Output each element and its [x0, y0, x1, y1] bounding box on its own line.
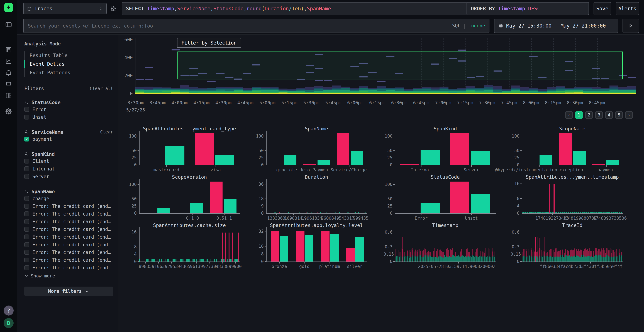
search-input[interactable]: [28, 23, 450, 29]
chart-explorer-icon[interactable]: [0, 56, 17, 67]
save-button[interactable]: Save: [594, 2, 611, 15]
pagination-page-3[interactable]: 3: [595, 111, 603, 118]
pagination-prev-button[interactable]: ‹: [565, 111, 572, 118]
filter-option-error-the-credit-card-end[interactable]: Error: The credit card (end…: [24, 256, 113, 264]
analysis-mode-item-event-patterns[interactable]: Event Patterns: [24, 68, 113, 77]
mini-chart-statuscode[interactable]: StatusCode10050250ErrorUnset: [384, 174, 496, 222]
language-toggle[interactable]: SQL | Lucene: [452, 23, 485, 28]
filter-option-server[interactable]: Server: [24, 172, 113, 180]
chart-y-axis: [395, 179, 395, 214]
settings-gear-icon[interactable]: [0, 106, 17, 117]
strip-bar: [618, 212, 619, 213]
run-query-button[interactable]: [622, 18, 639, 33]
strip-bar: [336, 213, 337, 213]
strip-bar: [600, 212, 601, 213]
select-query-editor[interactable]: SELECT Timestamp,ServiceName,StatusCode,…: [122, 2, 490, 15]
checkbox[interactable]: [24, 196, 29, 201]
search-nav-icon[interactable]: [0, 44, 17, 56]
alerts-button[interactable]: Alerts: [616, 2, 639, 15]
mini-chart-spanattributes-cache-size[interactable]: SpanAttributes.cache.size168408983591063…: [128, 222, 240, 270]
strip-bar: [288, 213, 288, 213]
checkbox[interactable]: [24, 227, 29, 232]
checkbox[interactable]: [24, 242, 29, 247]
alerts-bell-icon[interactable]: [0, 67, 17, 78]
checkbox[interactable]: [24, 219, 29, 224]
filter-option-internal[interactable]: Internal: [24, 165, 113, 172]
selection-rectangle[interactable]: [178, 52, 623, 80]
checkbox[interactable]: [24, 212, 29, 216]
mini-chart-duration[interactable]: Duration36189013333631698314199618342600…: [255, 174, 367, 222]
filter-option-payment[interactable]: ✓payment: [24, 135, 113, 143]
mini-chart-spanattributes-yment-timestamp[interactable]: SpanAttributes...yment.timestamp16840174…: [510, 174, 622, 222]
heatmap-cell: [556, 88, 565, 89]
filter-option-unset[interactable]: Unset: [24, 113, 113, 121]
analysis-mode-item-results-table[interactable]: Results Table: [24, 51, 113, 60]
pagination-page-5[interactable]: 5: [616, 111, 623, 118]
search-bar: SQL | Lucene: [23, 18, 490, 33]
strip-bar: [540, 212, 540, 213]
checkbox[interactable]: [24, 250, 29, 255]
filter-option-error[interactable]: Error: [24, 106, 113, 113]
checkbox[interactable]: [24, 265, 29, 270]
checkbox[interactable]: [24, 258, 29, 262]
lucene-toggle[interactable]: Lucene: [468, 23, 485, 28]
spike: [222, 232, 223, 262]
mini-chart-spanname[interactable]: SpanName10050250grpc.oteldemo.PaymentSer…: [255, 126, 367, 174]
mini-chart-scopeversion[interactable]: ScopeVersion100502500.1.00.51.1: [128, 174, 240, 222]
checkbox[interactable]: [24, 204, 29, 208]
filter-option-error-the-credit-card-end[interactable]: Error: The credit card (end…: [24, 218, 113, 226]
chart-title: SpanAttributes...yment.timestamp: [522, 174, 622, 180]
analysis-mode-item-event-deltas[interactable]: Event Deltas: [24, 60, 113, 68]
filter-option-error-the-credit-card-end[interactable]: Error: The credit card (end…: [24, 202, 113, 210]
mini-chart-spanattributes-yment-card-type[interactable]: SpanAttributes...yment.card_type10050250…: [128, 126, 240, 174]
x-tick-mark: [471, 165, 472, 167]
mini-chart-traceid[interactable]: TraceId0.60.30.150ff860334facdb23d3f430f…: [510, 222, 622, 270]
checkbox[interactable]: [24, 107, 29, 112]
checkbox[interactable]: [24, 174, 29, 179]
date-range-picker[interactable]: May 27 15:30:00 - May 27 21:00:00: [494, 18, 618, 33]
sql-toggle[interactable]: SQL: [452, 23, 460, 28]
checkbox[interactable]: [24, 115, 29, 120]
mini-chart-spankind[interactable]: SpanKind10050250InternalServer: [384, 126, 496, 174]
source-select[interactable]: Traces: [23, 3, 106, 14]
dashboards-icon[interactable]: [0, 90, 17, 101]
filter-option-client[interactable]: Client: [24, 157, 113, 165]
filter-option-error-the-credit-card-end[interactable]: Error: The credit card (end…: [24, 248, 113, 256]
more-filters-button[interactable]: More filters: [24, 286, 113, 296]
user-avatar[interactable]: D: [4, 318, 14, 328]
pagination-page-2[interactable]: 2: [585, 111, 593, 118]
filter-option-charge[interactable]: charge: [24, 194, 113, 202]
filter-clear-button[interactable]: Clear: [100, 130, 113, 134]
sessions-laptop-icon[interactable]: [0, 78, 17, 90]
strip-bar: [523, 212, 523, 213]
y-tick-label: 36: [255, 182, 264, 187]
filter-option-error-the-credit-card-end[interactable]: Error: The credit card (end…: [24, 210, 113, 218]
mini-chart-scopename[interactable]: ScopeName10050250@hyperdx/instrumentatio…: [510, 126, 622, 174]
filter-option-error-the-credit-card-end[interactable]: Error: The credit card (end…: [24, 226, 113, 233]
checkbox[interactable]: ✓: [24, 137, 29, 142]
help-button[interactable]: ?: [4, 306, 14, 316]
x-tick-label: 92953: [165, 264, 178, 269]
filter-option-error-the-credit-card-end[interactable]: Error: The credit card (end…: [24, 233, 113, 241]
strip-bar: [547, 212, 548, 213]
pagination-page-1[interactable]: 1: [575, 111, 583, 118]
checkbox[interactable]: [24, 159, 29, 164]
strip-bar: [575, 252, 575, 257]
pagination-next-button[interactable]: ›: [626, 111, 633, 118]
filter-option-error-the-credit-card-end[interactable]: Error: The credit card (end…: [24, 264, 113, 272]
mini-chart-spanattributes-app-loyalty-level[interactable]: SpanAttributes.app.loyalty.level321680br…: [255, 222, 367, 270]
source-settings-gear-icon[interactable]: [109, 4, 118, 13]
order-by-editor[interactable]: ORDER BY Timestamp DESC: [466, 2, 589, 15]
pagination-page-4[interactable]: 4: [605, 111, 613, 118]
clear-all-button[interactable]: Clear all: [90, 86, 113, 91]
heatmap-cell: [216, 90, 225, 92]
y-tick-mark: [520, 198, 522, 199]
show-more-button[interactable]: Show more: [24, 272, 113, 280]
checkbox[interactable]: [24, 234, 29, 239]
filter-by-selection-tooltip[interactable]: Filter by Selection: [177, 38, 241, 48]
filter-option-error-the-credit-card-end[interactable]: Error: The credit card (end…: [24, 241, 113, 248]
app-logo[interactable]: [4, 3, 13, 12]
mini-chart-timestamp[interactable]: Timestamp0.60.30.1502025-05-28T03:59:14.…: [384, 222, 496, 270]
checkbox[interactable]: [24, 166, 29, 171]
sidebar-toggle-icon[interactable]: [0, 19, 17, 30]
